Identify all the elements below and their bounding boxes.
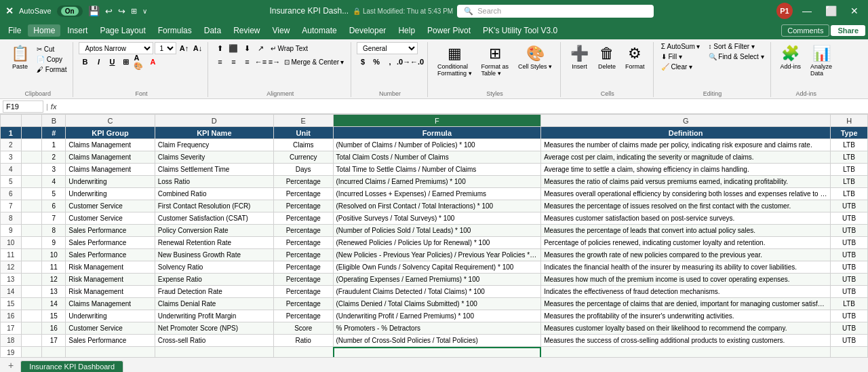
fill-color-btn[interactable]: A🎨 xyxy=(133,56,145,68)
cell-13-f[interactable]: (Operating Expenses / Earned Premiums) *… xyxy=(333,274,541,286)
cell-8-e[interactable]: Percentage xyxy=(273,212,333,225)
cell-14-e[interactable]: Percentage xyxy=(273,286,333,298)
cell-6-d[interactable]: Combined Ratio xyxy=(155,188,273,200)
merge-center-btn[interactable]: ⊡ Merge & Center ▾ xyxy=(281,56,347,68)
cell-18-f[interactable]: (Number of Cross-Sold Policies / Total P… xyxy=(333,335,541,347)
cell-7-c[interactable]: Customer Service xyxy=(66,200,155,212)
cell-15-g[interactable]: Measures the percentage of claims that a… xyxy=(541,298,831,310)
cell-8-f[interactable]: (Positive Surveys / Total Surveys) * 100 xyxy=(333,212,541,225)
cell-18-b[interactable]: 17 xyxy=(42,335,66,347)
analyze-data-btn[interactable]: 📊 AnalyzeData xyxy=(806,42,836,79)
cell-10-h[interactable]: UTB xyxy=(831,237,868,249)
cell-2-f[interactable]: (Number of Claims / Number of Policies) … xyxy=(333,139,541,151)
cell-11-c[interactable]: Sales Performance xyxy=(66,249,155,261)
cell-16-g[interactable]: Measures the profitability of the insure… xyxy=(541,310,831,322)
cell-9-b[interactable]: 8 xyxy=(42,225,66,237)
cell-13-a[interactable] xyxy=(21,274,42,286)
fill-btn[interactable]: ⬇ Fill ▾ xyxy=(659,52,703,61)
cell-8-d[interactable]: Customer Satisfaction (CSAT) xyxy=(155,212,273,225)
insert-cells-btn[interactable]: ➕ Insert xyxy=(566,42,593,73)
cell-6-f[interactable]: (Incurred Losses + Expenses) / Earned Pr… xyxy=(333,188,541,200)
find-select-btn[interactable]: 🔍 Find & Select ▾ xyxy=(707,52,766,61)
add-sheet-btn[interactable]: + xyxy=(3,358,19,372)
cell-12-g[interactable]: Indicates the financial health of the in… xyxy=(541,261,831,274)
cell-9-g[interactable]: Measures the percentage of leads that co… xyxy=(541,225,831,237)
cell-10-e[interactable]: Percentage xyxy=(273,237,333,249)
cell-3-c[interactable]: Claims Management xyxy=(66,151,155,164)
font-grow-btn[interactable]: A↑ xyxy=(178,42,190,54)
format-cells-btn[interactable]: ⚙ Format xyxy=(621,42,649,73)
cell-15-f[interactable]: (Claims Denied / Total Claims Submitted)… xyxy=(333,298,541,310)
col-header-g[interactable]: G xyxy=(541,115,831,127)
cell-17-e[interactable]: Score xyxy=(273,322,333,335)
cell-8-b[interactable]: 7 xyxy=(42,212,66,225)
cell-5-g[interactable]: Measures the ratio of claims paid versus… xyxy=(541,176,831,188)
italic-btn[interactable]: I xyxy=(92,56,104,68)
cell-2-h[interactable]: LTB xyxy=(831,139,868,151)
cell-9-f[interactable]: (Number of Policies Sold / Total Leads) … xyxy=(333,225,541,237)
menu-developer[interactable]: Developer xyxy=(344,24,392,37)
cell-14-b[interactable]: 13 xyxy=(42,286,66,298)
cell-15-h[interactable]: LTB xyxy=(831,298,868,310)
cell-11-g[interactable]: Measures the growth rate of new policies… xyxy=(541,249,831,261)
cell-4-e[interactable]: Days xyxy=(273,164,333,176)
autosum-btn[interactable]: Σ AutoSum ▾ xyxy=(659,42,703,51)
format-as-table-btn[interactable]: ⊞ Format asTable ▾ xyxy=(477,42,513,79)
cell-17-f[interactable]: % Promoters - % Detractors xyxy=(333,322,541,335)
cell-9-d[interactable]: Policy Conversion Rate xyxy=(155,225,273,237)
cell-3-a[interactable] xyxy=(21,151,42,164)
menu-help[interactable]: Help xyxy=(393,24,420,37)
cell-15-e[interactable]: Percentage xyxy=(273,298,333,310)
cell-14-f[interactable]: (Fraudulent Claims Detected / Total Clai… xyxy=(333,286,541,298)
indent-decrease-btn[interactable]: ←≡ xyxy=(254,56,267,68)
cell-7-a[interactable] xyxy=(21,200,42,212)
cell-7-d[interactable]: First Contact Resolution (FCR) xyxy=(155,200,273,212)
text-angle-btn[interactable]: ↗ xyxy=(254,42,267,54)
menu-review[interactable]: Review xyxy=(228,24,265,37)
cell-2-a[interactable] xyxy=(21,139,42,151)
cell-9-h[interactable]: UTB xyxy=(831,225,868,237)
align-right-btn[interactable]: ≡ xyxy=(241,56,253,68)
cell-17-b[interactable]: 16 xyxy=(42,322,66,335)
cell-11-e[interactable]: Percentage xyxy=(273,249,333,261)
border-btn[interactable]: ⊞ xyxy=(119,56,132,68)
align-left-btn[interactable]: ≡ xyxy=(214,56,226,68)
share-btn[interactable]: Share xyxy=(831,25,865,36)
cell-reference-input[interactable] xyxy=(3,100,43,113)
cell-11-d[interactable]: New Business Growth Rate xyxy=(155,249,273,261)
cell-19-a[interactable] xyxy=(21,347,42,358)
cell-17-a[interactable] xyxy=(21,322,42,335)
restore-btn[interactable]: ⬜ xyxy=(821,5,841,16)
minimize-btn[interactable]: — xyxy=(798,5,816,16)
cell-19-c[interactable] xyxy=(66,347,155,358)
sheet-tab-insurance[interactable]: Insurance KPI Dashboard xyxy=(20,360,123,372)
menu-data[interactable]: Data xyxy=(199,24,226,37)
cell-15-c[interactable]: Claims Management xyxy=(66,298,155,310)
cell-12-h[interactable]: UTB xyxy=(831,261,868,274)
cell-16-c[interactable]: Underwriting xyxy=(66,310,155,322)
cell-17-g[interactable]: Measures customer loyalty based on their… xyxy=(541,322,831,335)
cell-11-f[interactable]: (New Policies - Previous Year Policies) … xyxy=(333,249,541,261)
cell-16-e[interactable]: Percentage xyxy=(273,310,333,322)
cell-13-e[interactable]: Percentage xyxy=(273,274,333,286)
cell-6-g[interactable]: Measures overall operational efficiency … xyxy=(541,188,831,200)
cell-3-d[interactable]: Claims Severity xyxy=(155,151,273,164)
cell-16-b[interactable]: 15 xyxy=(42,310,66,322)
cell-2-d[interactable]: Claim Frequency xyxy=(155,139,273,151)
cell-10-a[interactable] xyxy=(21,237,42,249)
cell-19-b[interactable] xyxy=(42,347,66,358)
cell-16-d[interactable]: Underwriting Profit Margin xyxy=(155,310,273,322)
align-middle-btn[interactable]: ⬛ xyxy=(227,42,239,54)
col-header-e[interactable]: E xyxy=(273,115,333,127)
cell-3-g[interactable]: Average cost per claim, indicating the s… xyxy=(541,151,831,164)
cell-18-c[interactable]: Sales Performance xyxy=(66,335,155,347)
cell-7-b[interactable]: 6 xyxy=(42,200,66,212)
cell-7-h[interactable]: UTB xyxy=(831,200,868,212)
cell-8-h[interactable]: UTB xyxy=(831,212,868,225)
conditional-formatting-btn[interactable]: ▦ ConditionalFormatting ▾ xyxy=(433,42,476,79)
cell-19-g[interactable] xyxy=(541,347,831,358)
copy-btn[interactable]: 📄 Copy xyxy=(35,55,68,64)
cell-18-d[interactable]: Cross-sell Ratio xyxy=(155,335,273,347)
cell-5-f[interactable]: (Incurred Claims / Earned Premiums) * 10… xyxy=(333,176,541,188)
cell-5-d[interactable]: Loss Ratio xyxy=(155,176,273,188)
